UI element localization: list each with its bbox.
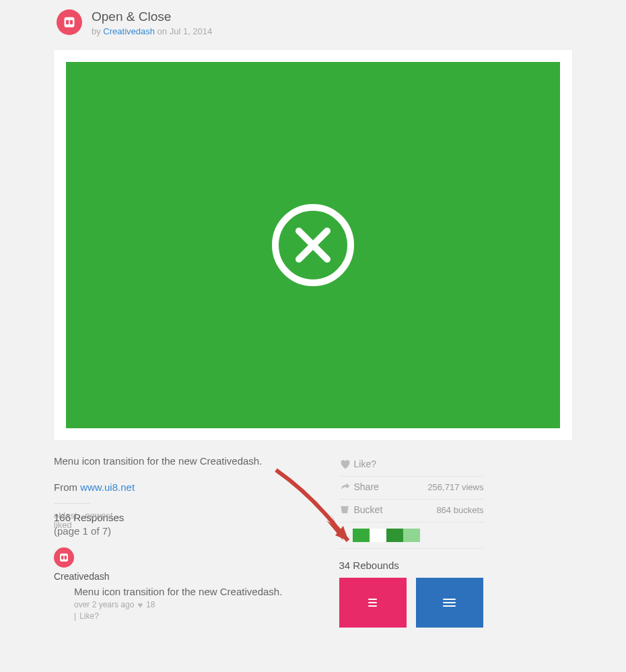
color-swatches[interactable] <box>353 529 420 542</box>
droplet-icon <box>339 529 349 542</box>
by-label: by <box>92 26 101 36</box>
svg-rect-1 <box>66 20 69 25</box>
shot-card <box>54 50 572 440</box>
comment: Creativedash Menu icon transition for th… <box>54 547 319 621</box>
comment-meta: over 2 years ago ♥ 18 <box>74 600 319 610</box>
comment-body: Menu icon transition for the new Creativ… <box>74 586 319 597</box>
sort-newest[interactable]: newest <box>85 510 112 520</box>
comment-like-count: 18 <box>146 600 155 609</box>
from-label: From <box>54 481 77 493</box>
heart-icon <box>339 459 354 469</box>
bucket-icon <box>339 504 354 515</box>
color-swatches-row <box>339 523 484 549</box>
shot-description: Menu icon transition for the new Creativ… <box>54 454 319 469</box>
share-row[interactable]: Share 256,717 views <box>339 477 484 500</box>
bucket-label: Bucket <box>354 504 437 515</box>
svg-rect-2 <box>70 20 73 25</box>
rebound-thumbnail[interactable] <box>416 578 483 628</box>
swatch[interactable] <box>353 529 370 542</box>
shot-date: Jul 1, 2014 <box>170 26 213 36</box>
shot-image[interactable] <box>66 62 560 428</box>
svg-rect-0 <box>65 18 75 28</box>
share-arrow-icon <box>339 481 354 492</box>
like-row[interactable]: Like? <box>339 454 484 477</box>
shot-title: Open & Close <box>92 9 212 24</box>
from-line: From www.ui8.net <box>54 481 319 493</box>
like-label: Like? <box>354 459 484 469</box>
bucket-row[interactable]: Bucket 864 buckets <box>339 500 484 523</box>
rebounds-row <box>339 578 484 628</box>
creativedash-logo-icon <box>59 552 69 563</box>
shot-right-column: Like? Share 256,717 views Bucket 864 buc… <box>339 454 484 628</box>
comment-avatar[interactable] <box>54 547 74 568</box>
divider <box>54 503 91 504</box>
swatch[interactable] <box>386 529 403 542</box>
creativedash-logo-icon <box>63 15 76 29</box>
hamburger-icon <box>368 599 377 607</box>
close-circle-icon <box>269 201 357 289</box>
byline: by Creativedash on Jul 1, 2014 <box>92 26 212 36</box>
author-link[interactable]: Creativedash <box>103 26 155 36</box>
shot-left-column: Menu icon transition for the new Creativ… <box>54 454 339 628</box>
author-avatar[interactable] <box>57 9 82 35</box>
on-label: on <box>158 26 167 36</box>
comment-time: over 2 years ago <box>74 600 134 609</box>
swatch[interactable] <box>403 529 420 542</box>
buckets-metric: 864 buckets <box>436 505 483 515</box>
comment-like-label: Like? <box>79 611 99 621</box>
rebound-thumbnail[interactable] <box>339 578 407 628</box>
svg-rect-6 <box>60 553 68 562</box>
svg-rect-8 <box>65 556 67 559</box>
swatch[interactable] <box>370 529 386 542</box>
hamburger-icon <box>443 599 456 607</box>
sort-oldest[interactable]: oldest <box>54 510 77 520</box>
comment-user[interactable]: Creativedash <box>54 571 319 582</box>
heart-icon: ♥ <box>137 600 143 610</box>
share-label: Share <box>354 481 428 492</box>
svg-rect-7 <box>61 556 63 559</box>
rebounds-title: 34 Rebounds <box>339 560 484 571</box>
sort-liked[interactable]: liked <box>54 520 72 530</box>
shot-header: Open & Close by Creativedash on Jul 1, 2… <box>0 0 626 42</box>
comment-like-action[interactable]: | Like? <box>74 611 319 621</box>
views-metric: 256,717 views <box>427 482 483 492</box>
responses-pager: (page 1 of 7) <box>54 525 319 537</box>
from-link[interactable]: www.ui8.net <box>80 481 135 493</box>
